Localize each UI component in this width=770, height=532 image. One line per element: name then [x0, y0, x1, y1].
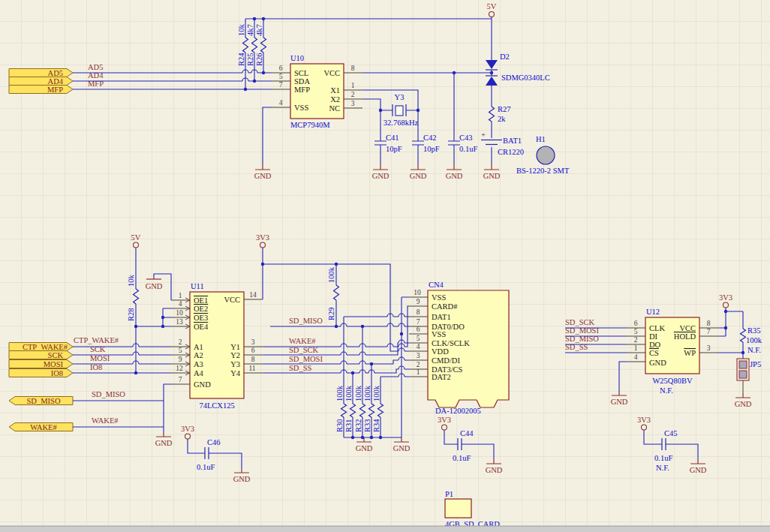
- designator: R27: [498, 105, 511, 113]
- gnd-label: GND: [486, 466, 503, 474]
- pin-number: 8: [251, 356, 255, 363]
- port-sd-miso[interactable]: SD_MISO: [9, 397, 73, 405]
- pin-name: NC: [329, 104, 340, 113]
- pin-name: GND: [194, 380, 211, 389]
- schematic-sheet: AD5 AD4 MFP AD5 AD4 MFP 10k R24 4k7 R25 …: [0, 0, 770, 532]
- pin-name: OE2: [194, 305, 208, 313]
- designator: P1: [445, 490, 453, 498]
- pin-name: A2: [194, 351, 203, 359]
- resistor-value: 100k: [363, 385, 371, 401]
- pin-name: CLK/SCLK: [432, 339, 470, 347]
- power-label: 3V3: [256, 233, 269, 242]
- resistor-ref: R26: [255, 53, 263, 66]
- pin-number: 11: [248, 365, 255, 372]
- pin-name: OE3: [194, 314, 208, 322]
- pin-number: 12: [176, 365, 183, 372]
- resistor-ref: R30: [335, 419, 344, 432]
- part-number: MCP7940M: [290, 121, 330, 129]
- resistor-ref: R28: [127, 308, 135, 321]
- port-label: MOSI: [44, 360, 64, 368]
- power-label: 3V3: [637, 416, 651, 424]
- pin-name: OE4: [194, 323, 209, 331]
- port-label: MFP: [47, 86, 63, 94]
- gnd-label: GND: [254, 172, 272, 180]
- pin-number: 1: [417, 368, 420, 376]
- cap-value: 0.1uF: [654, 454, 672, 462]
- gnd-label: GND: [410, 172, 427, 180]
- port-sck[interactable]: SCK: [9, 351, 73, 359]
- port-label: WAKE#: [30, 423, 57, 431]
- cap-value: 10pF: [423, 145, 440, 153]
- port-label: AD4: [48, 77, 64, 86]
- pin-number: 13: [176, 318, 183, 326]
- port-mfp[interactable]: MFP: [9, 86, 73, 94]
- pin-number: 7: [279, 81, 283, 89]
- pin-number: 4: [279, 99, 283, 107]
- schematic-canvas[interactable]: AD5 AD4 MFP AD5 AD4 MFP 10k R24 4k7 R25 …: [0, 0, 770, 532]
- net-label-wake: WAKE#: [92, 416, 119, 425]
- pin-name: DAT2: [432, 373, 451, 381]
- gnd-label: GND: [483, 172, 501, 180]
- pin-name: Y2: [230, 351, 240, 359]
- pin-name: A3: [194, 360, 203, 368]
- net-label-mosi: MOSI: [90, 354, 110, 362]
- port-io8[interactable]: IO8: [9, 369, 73, 377]
- net-label-f-sck: SD_SCK: [565, 318, 595, 326]
- pin-number: 1: [634, 344, 638, 352]
- net-label-io8: IO8: [90, 363, 102, 371]
- pin-number: 10: [414, 289, 421, 296]
- designator: C42: [423, 134, 437, 142]
- pin-name: CMD/DI: [432, 356, 460, 365]
- pin-number: 7: [179, 376, 182, 383]
- resistor-value: 4k7: [255, 24, 263, 36]
- gnd-label: GND: [735, 400, 752, 408]
- pin-name: OE1: [194, 296, 208, 305]
- port-mosi[interactable]: MOSI: [9, 360, 73, 368]
- designator: C43: [459, 134, 473, 142]
- designator: H1: [536, 135, 546, 143]
- pin-number: 8: [707, 320, 711, 327]
- pin-name: Y1: [230, 343, 240, 351]
- pin-number: 4: [417, 343, 420, 350]
- pin-name: HOLD: [674, 332, 696, 341]
- resistor-value: 100k: [327, 266, 335, 283]
- pin-number: 8: [351, 65, 355, 72]
- designator: C45: [664, 429, 678, 437]
- pin-name: SDA: [294, 77, 310, 86]
- pin-number: 6: [634, 320, 638, 327]
- designator: CN4: [429, 281, 444, 289]
- designator: D2: [500, 53, 510, 61]
- pin-name: DAT1: [432, 313, 451, 321]
- pin-name: X2: [330, 95, 340, 104]
- part-number: W25Q80BV: [652, 377, 692, 385]
- port-label: SD_MISO: [27, 397, 61, 405]
- port-label: SCK: [48, 351, 64, 359]
- pin-number: 2: [351, 91, 355, 98]
- pin-name: Y4: [230, 369, 241, 377]
- pin-name: Y3: [230, 360, 240, 368]
- port-ad4[interactable]: AD4: [9, 77, 73, 86]
- resistor-ref: R25: [246, 53, 254, 66]
- pin-name: SCL: [294, 69, 308, 77]
- gnd-label: GND: [356, 444, 373, 452]
- resistor-ref: R31: [344, 419, 353, 432]
- pin-number: 8: [417, 308, 420, 316]
- pin-number: 2: [417, 361, 420, 368]
- port-wake[interactable]: WAKE#: [9, 423, 73, 431]
- pin-name: VCC: [323, 69, 340, 77]
- pin-name: MFP: [294, 86, 310, 94]
- resistor-value: 10k: [127, 275, 135, 287]
- pin-number: 3: [707, 344, 711, 352]
- gnd-label: GND: [611, 398, 628, 406]
- pin-number: 3: [351, 100, 355, 107]
- pin-name: CARD#: [432, 302, 458, 311]
- power-label: 5V: [131, 233, 141, 242]
- pin-name: VDD: [432, 347, 449, 356]
- net-label-ad5: AD5: [88, 63, 103, 71]
- pin-number: 6: [417, 326, 420, 333]
- port-ctp-wake[interactable]: CTP_WAKE#: [9, 343, 73, 351]
- pin-name: VSS: [432, 330, 446, 338]
- port-ad5[interactable]: AD5: [9, 69, 73, 77]
- resistor-ref: R33: [363, 419, 371, 432]
- power-label: 3V3: [719, 293, 732, 302]
